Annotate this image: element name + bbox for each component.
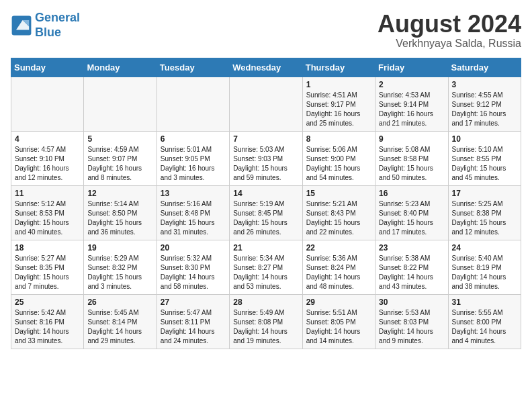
day-content: Sunrise: 5:38 AM Sunset: 8:22 PM Dayligh… [379, 254, 444, 291]
location: Verkhnyaya Salda, Russia [378, 38, 521, 50]
calendar-cell: 2Sunrise: 4:53 AM Sunset: 9:14 PM Daylig… [375, 77, 448, 131]
calendar-cell [157, 77, 229, 131]
day-header-monday: Monday [84, 58, 157, 77]
day-content: Sunrise: 4:53 AM Sunset: 9:14 PM Dayligh… [379, 91, 444, 128]
day-content: Sunrise: 5:01 AM Sunset: 9:05 PM Dayligh… [161, 145, 226, 183]
calendar-week-1: 4Sunrise: 4:57 AM Sunset: 9:10 PM Daylig… [11, 131, 521, 185]
day-header-thursday: Thursday [302, 58, 375, 77]
day-header-tuesday: Tuesday [157, 58, 229, 77]
day-content: Sunrise: 5:08 AM Sunset: 8:58 PM Dayligh… [379, 145, 444, 183]
day-content: Sunrise: 5:12 AM Sunset: 8:53 PM Dayligh… [15, 199, 80, 237]
calendar-cell [84, 77, 157, 131]
day-header-sunday: Sunday [11, 58, 84, 77]
day-number: 5 [87, 134, 152, 144]
day-number: 19 [87, 243, 152, 253]
calendar-cell: 10Sunrise: 5:10 AM Sunset: 8:55 PM Dayli… [448, 131, 521, 185]
day-content: Sunrise: 5:14 AM Sunset: 8:50 PM Dayligh… [87, 199, 152, 237]
day-content: Sunrise: 4:55 AM Sunset: 9:12 PM Dayligh… [452, 91, 517, 128]
day-number: 21 [233, 243, 298, 253]
day-number: 15 [306, 189, 371, 198]
day-content: Sunrise: 5:32 AM Sunset: 8:30 PM Dayligh… [161, 254, 226, 291]
day-content: Sunrise: 5:49 AM Sunset: 8:08 PM Dayligh… [233, 308, 298, 346]
calendar-cell: 5Sunrise: 4:59 AM Sunset: 9:07 PM Daylig… [84, 131, 157, 185]
calendar-cell [11, 77, 84, 131]
day-content: Sunrise: 5:36 AM Sunset: 8:24 PM Dayligh… [306, 254, 371, 291]
logo-line1: General [35, 11, 80, 24]
calendar-cell: 16Sunrise: 5:23 AM Sunset: 8:40 PM Dayli… [375, 185, 448, 240]
day-number: 23 [379, 243, 444, 253]
calendar-week-4: 25Sunrise: 5:42 AM Sunset: 8:16 PM Dayli… [11, 294, 521, 349]
logo: General Blue [11, 11, 80, 40]
calendar-cell: 11Sunrise: 5:12 AM Sunset: 8:53 PM Dayli… [11, 185, 84, 240]
day-content: Sunrise: 5:34 AM Sunset: 8:27 PM Dayligh… [233, 254, 298, 291]
day-content: Sunrise: 5:06 AM Sunset: 9:00 PM Dayligh… [306, 145, 371, 183]
day-number: 30 [379, 298, 444, 307]
calendar-week-2: 11Sunrise: 5:12 AM Sunset: 8:53 PM Dayli… [11, 185, 521, 240]
day-content: Sunrise: 5:25 AM Sunset: 8:38 PM Dayligh… [452, 199, 517, 237]
day-content: Sunrise: 5:16 AM Sunset: 8:48 PM Dayligh… [161, 199, 226, 237]
page-header: General Blue August 2024 Verkhnyaya Sald… [11, 11, 521, 50]
calendar-cell: 1Sunrise: 4:51 AM Sunset: 9:17 PM Daylig… [302, 77, 375, 131]
calendar-cell: 8Sunrise: 5:06 AM Sunset: 9:00 PM Daylig… [302, 131, 375, 185]
day-number: 7 [233, 134, 298, 144]
calendar-cell: 31Sunrise: 5:55 AM Sunset: 8:00 PM Dayli… [448, 294, 521, 349]
calendar-cell: 25Sunrise: 5:42 AM Sunset: 8:16 PM Dayli… [11, 294, 84, 349]
day-number: 27 [161, 298, 226, 307]
day-number: 29 [306, 298, 371, 307]
day-content: Sunrise: 5:40 AM Sunset: 8:19 PM Dayligh… [452, 254, 517, 291]
calendar-body: 1Sunrise: 4:51 AM Sunset: 9:17 PM Daylig… [11, 77, 521, 349]
day-number: 9 [379, 134, 444, 144]
calendar-cell: 24Sunrise: 5:40 AM Sunset: 8:19 PM Dayli… [448, 240, 521, 294]
day-content: Sunrise: 4:57 AM Sunset: 9:10 PM Dayligh… [15, 145, 80, 183]
logo-icon [11, 15, 32, 36]
day-number: 2 [379, 80, 444, 89]
day-number: 3 [452, 80, 517, 89]
day-number: 1 [306, 80, 371, 89]
day-number: 10 [452, 134, 517, 144]
calendar-header-row: SundayMondayTuesdayWednesdayThursdayFrid… [11, 58, 521, 77]
day-content: Sunrise: 5:10 AM Sunset: 8:55 PM Dayligh… [452, 145, 517, 183]
day-number: 4 [15, 134, 80, 144]
day-header-friday: Friday [375, 58, 448, 77]
calendar-cell: 29Sunrise: 5:51 AM Sunset: 8:05 PM Dayli… [302, 294, 375, 349]
day-content: Sunrise: 5:03 AM Sunset: 9:03 PM Dayligh… [233, 145, 298, 183]
calendar-cell: 6Sunrise: 5:01 AM Sunset: 9:05 PM Daylig… [157, 131, 229, 185]
calendar-cell: 27Sunrise: 5:47 AM Sunset: 8:11 PM Dayli… [157, 294, 229, 349]
calendar-cell: 13Sunrise: 5:16 AM Sunset: 8:48 PM Dayli… [157, 185, 229, 240]
day-number: 17 [452, 189, 517, 198]
calendar-cell: 30Sunrise: 5:53 AM Sunset: 8:03 PM Dayli… [375, 294, 448, 349]
day-number: 14 [233, 189, 298, 198]
calendar-cell: 20Sunrise: 5:32 AM Sunset: 8:30 PM Dayli… [157, 240, 229, 294]
day-number: 8 [306, 134, 371, 144]
calendar-cell: 23Sunrise: 5:38 AM Sunset: 8:22 PM Dayli… [375, 240, 448, 294]
day-number: 16 [379, 189, 444, 198]
calendar-cell: 26Sunrise: 5:45 AM Sunset: 8:14 PM Dayli… [84, 294, 157, 349]
calendar-cell: 14Sunrise: 5:19 AM Sunset: 8:45 PM Dayli… [230, 185, 302, 240]
title-block: August 2024 Verkhnyaya Salda, Russia [378, 11, 521, 50]
calendar-cell: 17Sunrise: 5:25 AM Sunset: 8:38 PM Dayli… [448, 185, 521, 240]
calendar-week-0: 1Sunrise: 4:51 AM Sunset: 9:17 PM Daylig… [11, 77, 521, 131]
day-number: 31 [452, 298, 517, 307]
day-content: Sunrise: 5:53 AM Sunset: 8:03 PM Dayligh… [379, 308, 444, 346]
day-content: Sunrise: 5:45 AM Sunset: 8:14 PM Dayligh… [87, 308, 152, 346]
day-header-wednesday: Wednesday [230, 58, 302, 77]
day-content: Sunrise: 4:59 AM Sunset: 9:07 PM Dayligh… [87, 145, 152, 183]
calendar-cell: 18Sunrise: 5:27 AM Sunset: 8:35 PM Dayli… [11, 240, 84, 294]
day-content: Sunrise: 5:47 AM Sunset: 8:11 PM Dayligh… [161, 308, 226, 346]
day-content: Sunrise: 5:29 AM Sunset: 8:32 PM Dayligh… [87, 254, 152, 291]
day-number: 20 [161, 243, 226, 253]
day-content: Sunrise: 5:19 AM Sunset: 8:45 PM Dayligh… [233, 199, 298, 237]
day-content: Sunrise: 5:55 AM Sunset: 8:00 PM Dayligh… [452, 308, 517, 346]
day-number: 12 [87, 189, 152, 198]
day-number: 24 [452, 243, 517, 253]
day-number: 26 [87, 298, 152, 307]
calendar-cell: 12Sunrise: 5:14 AM Sunset: 8:50 PM Dayli… [84, 185, 157, 240]
day-content: Sunrise: 5:27 AM Sunset: 8:35 PM Dayligh… [15, 254, 80, 291]
calendar-cell: 7Sunrise: 5:03 AM Sunset: 9:03 PM Daylig… [230, 131, 302, 185]
calendar-cell: 9Sunrise: 5:08 AM Sunset: 8:58 PM Daylig… [375, 131, 448, 185]
day-number: 6 [161, 134, 226, 144]
calendar-cell: 4Sunrise: 4:57 AM Sunset: 9:10 PM Daylig… [11, 131, 84, 185]
day-content: Sunrise: 5:51 AM Sunset: 8:05 PM Dayligh… [306, 308, 371, 346]
calendar-cell [230, 77, 302, 131]
day-content: Sunrise: 4:51 AM Sunset: 9:17 PM Dayligh… [306, 91, 371, 128]
